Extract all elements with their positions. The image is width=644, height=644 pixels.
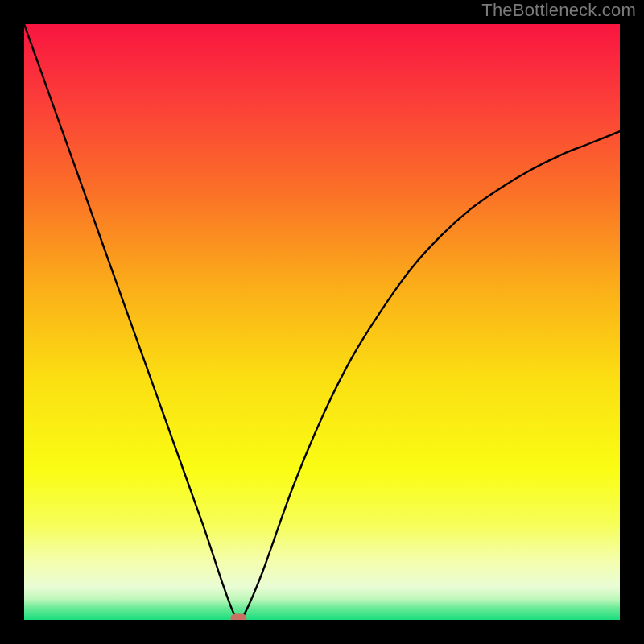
chart-frame: TheBottleneck.com <box>0 0 644 644</box>
plot-area <box>24 24 620 620</box>
watermark-text: TheBottleneck.com <box>481 0 636 21</box>
chart-svg <box>24 24 620 620</box>
gradient-background <box>24 24 620 620</box>
optimum-marker <box>230 614 246 621</box>
